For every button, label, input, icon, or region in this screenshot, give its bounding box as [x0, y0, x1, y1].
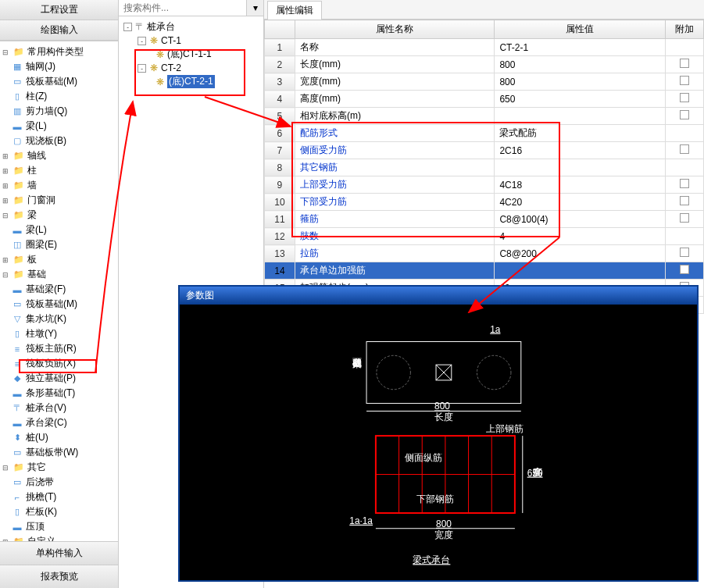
property-row[interactable]: 3宽度(mm)800	[265, 73, 704, 91]
expand-icon[interactable]: ⊞	[0, 255, 11, 265]
property-row[interactable]: 11箍筋C8@100(4)	[265, 211, 704, 228]
checkbox[interactable]	[680, 265, 689, 274]
report-preview-btn[interactable]: 报表预览	[0, 565, 118, 588]
property-row[interactable]: 4高度(mm)650	[265, 91, 704, 108]
tree-item[interactable]: ▽集水坑(K)	[0, 312, 118, 326]
tab-property-edit[interactable]: 属性编辑	[267, 1, 322, 20]
tree-item[interactable]: ▯柱(Z)	[0, 89, 118, 104]
attr-append-cell[interactable]	[666, 228, 704, 245]
single-component-input-btn[interactable]: 单构件输入	[0, 541, 118, 565]
collapse-icon[interactable]: ⊟	[0, 269, 11, 280]
expand-icon[interactable]: ⊞	[0, 151, 11, 162]
tree-group-menchuang[interactable]: ⊞📁门窗洞	[0, 193, 118, 208]
attr-name-cell[interactable]: 其它钢筋	[295, 159, 494, 176]
attr-name-cell[interactable]: 侧面受力筋	[295, 142, 494, 159]
collapse-icon[interactable]: -	[123, 23, 132, 31]
attr-append-cell[interactable]	[666, 39, 704, 56]
attr-value-cell[interactable]: CT-2-1	[495, 39, 666, 56]
tree-item[interactable]: ▭筏板基础(M)	[0, 297, 118, 312]
collapse-icon[interactable]: ⊟	[0, 462, 11, 473]
collapse-icon[interactable]: -	[138, 37, 146, 45]
attr-append-cell[interactable]	[666, 56, 704, 73]
property-row[interactable]: 14承台单边加强筋	[265, 262, 704, 280]
attr-value-cell[interactable]: 4	[495, 228, 666, 245]
checkbox[interactable]	[680, 59, 689, 68]
attr-value-cell[interactable]: 4C20	[495, 194, 666, 211]
checkbox[interactable]	[680, 144, 689, 154]
collapse-icon[interactable]: ⊟	[0, 210, 11, 221]
tree-group-zdy[interactable]: ⊞📁自定义	[0, 534, 118, 541]
attr-append-cell[interactable]	[666, 73, 704, 91]
draw-input-btn[interactable]: 绘图输入	[0, 20, 118, 41]
attr-value-cell[interactable]: 800	[495, 56, 666, 73]
attr-name-cell[interactable]: 下部受力筋	[295, 194, 494, 211]
mt-ct2-sub[interactable]: ❋ (底)CT-2-1	[120, 74, 262, 89]
col-attr-name[interactable]: 属性名称	[295, 20, 494, 39]
attr-append-cell[interactable]	[666, 159, 704, 176]
attr-append-cell[interactable]	[666, 125, 704, 142]
attr-value-cell[interactable]: C8@200	[495, 245, 666, 262]
checkbox[interactable]	[680, 179, 689, 188]
tree-group-qita[interactable]: ⊟📁其它	[0, 460, 118, 475]
attr-value-cell[interactable]: C8@100(4)	[495, 211, 666, 228]
search-dropdown-btn[interactable]: ▾	[246, 0, 263, 16]
attr-append-cell[interactable]	[666, 245, 704, 262]
checkbox[interactable]	[680, 248, 689, 257]
tree-item[interactable]: ◆独立基础(P)	[0, 371, 118, 386]
checkbox[interactable]	[680, 213, 689, 223]
property-row[interactable]: 7侧面受力筋2C16	[265, 142, 704, 159]
tree-item[interactable]: ▢现浇板(B)	[0, 134, 118, 148]
tree-item[interactable]: ▥剪力墙(Q)	[0, 104, 118, 119]
attr-name-cell[interactable]: 宽度(mm)	[295, 73, 494, 91]
attr-name-cell[interactable]: 配筋形式	[295, 125, 494, 142]
collapse-icon[interactable]: ⊟	[0, 47, 11, 58]
tree-item[interactable]: ▭后浇带	[0, 475, 118, 490]
attr-name-cell[interactable]: 承台单边加强筋	[295, 262, 494, 280]
expand-icon[interactable]: ⊞	[0, 180, 11, 191]
tree-item[interactable]: ▭筏板基础(M)	[0, 74, 118, 89]
attr-value-cell[interactable]: 2C16	[495, 142, 666, 159]
attr-name-cell[interactable]: 高度(mm)	[295, 91, 494, 108]
attr-value-cell[interactable]: 4C18	[495, 176, 666, 194]
attr-append-cell[interactable]	[666, 176, 704, 194]
attr-name-cell[interactable]: 名称	[295, 39, 494, 56]
tree-item[interactable]: ▬基础梁(F)	[0, 282, 118, 297]
mt-root[interactable]: - 〒 桩承台	[120, 20, 262, 34]
checkbox[interactable]	[680, 93, 689, 102]
tree-item-pile-cap[interactable]: 〒桩承台(V)	[0, 401, 118, 415]
mt-ct1[interactable]: - ❋ CT-1	[120, 34, 262, 47]
attr-value-cell[interactable]: 梁式配筋	[495, 125, 666, 142]
tree-item[interactable]: ▬条形基础(T)	[0, 386, 118, 401]
project-settings-btn[interactable]: 工程设置	[0, 0, 118, 20]
tree-item[interactable]: ▭基础板带(W)	[0, 445, 118, 460]
tree-item[interactable]: ◫圈梁(E)	[0, 237, 118, 252]
tree-item[interactable]: ▬承台梁(C)	[0, 415, 118, 430]
property-row[interactable]: 13拉筋C8@200	[265, 245, 704, 262]
col-append[interactable]: 附加	[666, 20, 704, 39]
tree-item[interactable]: ▬压顶	[0, 519, 118, 534]
tree-item[interactable]: ▦轴网(J)	[0, 59, 118, 74]
tree-item[interactable]: ≡筏板负筋(X)	[0, 356, 118, 371]
tree-item[interactable]: ▬梁(L)	[0, 223, 118, 237]
tree-item[interactable]: ▯栏板(K)	[0, 504, 118, 519]
mt-ct1-sub[interactable]: ❋ (底)CT-1-1	[120, 47, 262, 62]
tree-root[interactable]: ⊟ 📁 常用构件类型	[0, 45, 118, 59]
attr-append-cell[interactable]	[666, 142, 704, 159]
property-row[interactable]: 9上部受力筋4C18	[265, 176, 704, 194]
attr-value-cell[interactable]	[495, 108, 666, 125]
property-row[interactable]: 1名称CT-2-1	[265, 39, 704, 56]
property-row[interactable]: 8其它钢筋	[265, 159, 704, 176]
tree-item[interactable]: ⬍桩(U)	[0, 430, 118, 445]
checkbox[interactable]	[680, 196, 689, 205]
property-row[interactable]: 2长度(mm)800	[265, 56, 704, 73]
mt-ct2[interactable]: - ❋ CT-2	[120, 62, 262, 74]
property-row[interactable]: 12肢数4	[265, 228, 704, 245]
attr-value-cell[interactable]	[495, 262, 666, 280]
expand-icon[interactable]: ⊞	[0, 195, 11, 206]
attr-name-cell[interactable]: 上部受力筋	[295, 176, 494, 194]
attr-name-cell[interactable]: 长度(mm)	[295, 56, 494, 73]
attr-append-cell[interactable]	[666, 262, 704, 280]
tree-group-jichu[interactable]: ⊟📁基础	[0, 267, 118, 282]
collapse-icon[interactable]: -	[138, 64, 146, 73]
attr-append-cell[interactable]	[666, 211, 704, 228]
